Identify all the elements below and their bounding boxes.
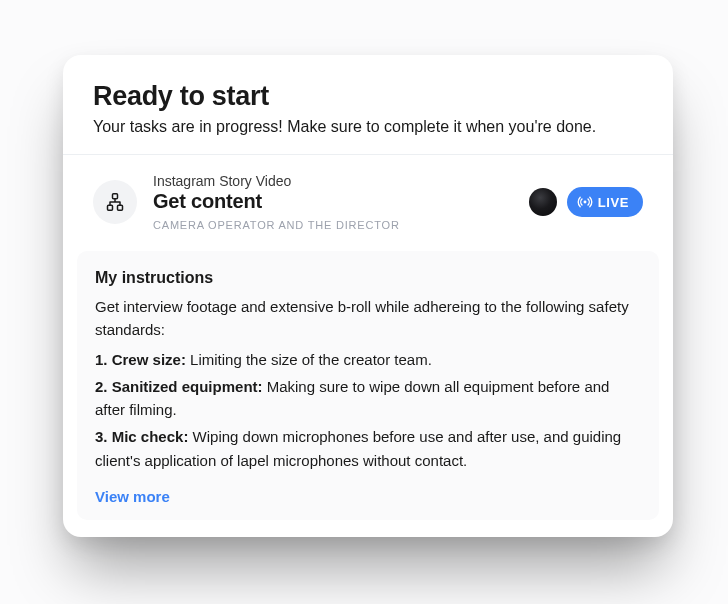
live-button[interactable]: LIVE (567, 187, 643, 217)
card-header: Ready to start Your tasks are in progres… (63, 55, 673, 155)
list-item: 3. Mic check: Wiping down microphones be… (95, 425, 641, 472)
avatar[interactable] (529, 188, 557, 216)
page-title: Ready to start (93, 81, 643, 112)
item-text: Limiting the size of the creator team. (190, 351, 432, 368)
item-number: 3. (95, 428, 108, 445)
instructions-heading: My instructions (95, 269, 641, 287)
task-kicker: Instagram Story Video (153, 173, 529, 189)
instructions-list: 1. Crew size: Limiting the size of the c… (95, 348, 641, 472)
instructions-intro: Get interview footage and extensive b-ro… (95, 295, 641, 342)
list-item: 1. Crew size: Limiting the size of the c… (95, 348, 641, 371)
svg-point-3 (583, 201, 586, 204)
task-roles: CAMERA OPERATOR AND THE DIRECTOR (153, 219, 529, 231)
live-label: LIVE (598, 195, 629, 210)
item-label: Sanitized equipment: (112, 378, 263, 395)
task-card: Ready to start Your tasks are in progres… (63, 55, 673, 537)
task-row: Instagram Story Video Get content CAMERA… (63, 155, 673, 245)
item-label: Mic check: (112, 428, 189, 445)
task-icon-wrap (93, 180, 137, 224)
task-meta: Instagram Story Video Get content CAMERA… (153, 173, 529, 231)
item-number: 2. (95, 378, 108, 395)
item-number: 1. (95, 351, 108, 368)
instructions-panel: My instructions Get interview footage an… (77, 251, 659, 520)
page-subtitle: Your tasks are in progress! Make sure to… (93, 118, 643, 136)
list-item: 2. Sanitized equipment: Making sure to w… (95, 375, 641, 422)
item-label: Crew size: (112, 351, 186, 368)
view-more-button[interactable]: View more (95, 488, 170, 505)
task-title: Get content (153, 190, 529, 213)
hierarchy-icon (105, 192, 125, 212)
broadcast-icon (577, 194, 593, 210)
